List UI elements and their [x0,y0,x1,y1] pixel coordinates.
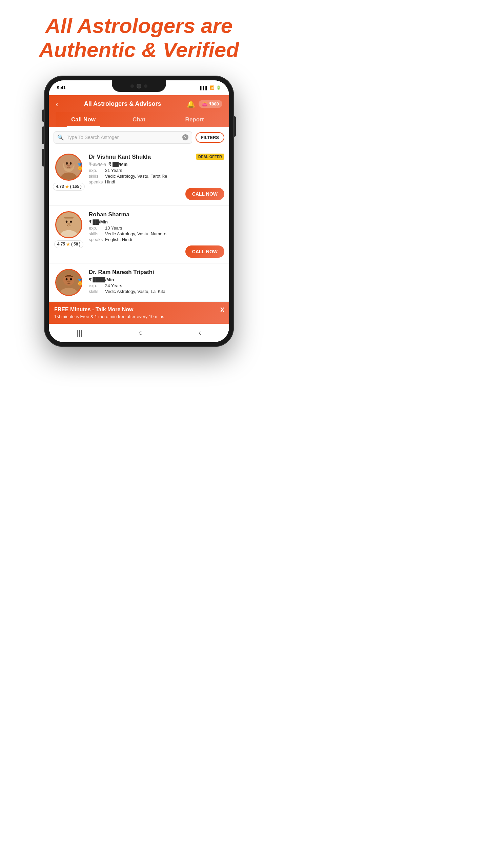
avatar [55,211,82,238]
skills-label: skills [89,231,104,236]
search-clear-button[interactable]: ✕ [182,134,188,140]
astrologer-card: 🏅 4.73 ★ (165) Dr Vishnu Kant Shukla DEA… [49,148,229,206]
verified-badge-icon: 🏅 [76,278,84,286]
exp-label: exp. [89,283,104,288]
phone-screen: 9:41 ▌▌▌ 📶 🔋 ‹ All Astrologers & Advisor… [49,80,229,342]
search-row: 🔍 Type To Search Astroger ✕ FILTERS [49,127,229,148]
wallet-icon: 👛 [202,101,207,106]
wallet-amount: ₹880 [209,101,219,106]
exp-value: 10 Years [105,225,122,231]
card-info: Rohan Sharma ₹ ██/Min exp. 10 Years skil… [89,211,224,258]
tab-call-now[interactable]: Call Now [56,112,111,127]
astrologer-name: Rohan Sharma [89,211,129,218]
price-current: ₹ ██/Min [108,162,127,167]
svg-point-19 [67,280,70,282]
review-count: ( [70,184,72,189]
star-icon: ★ [66,242,70,247]
nav-menu-icon[interactable]: ||| [77,329,82,337]
status-time: 9:41 [57,85,66,90]
search-input[interactable]: Type To Search Astroger [67,135,180,140]
exp-row: exp. 24 Years [89,283,224,288]
svg-point-18 [70,278,72,280]
speaks-value: Hindi [105,179,115,184]
search-icon: 🔍 [57,134,64,141]
price-current: ₹ ██/Min [89,219,108,224]
card-info: Dr. Ram Naresh Tripathi ₹ ████/Min exp. … [89,269,224,296]
header-actions: 🔔 👛 ₹880 [187,100,222,108]
back-button[interactable]: ‹ [56,99,58,109]
astrologer-name: Dr. Ram Naresh Tripathi [89,269,154,276]
card-info: Dr Vishnu Kant Shukla DEAL OFFER ₹ 35/Mi… [89,154,224,200]
call-now-button[interactable]: CALL NOW [185,245,224,258]
svg-point-11 [70,220,72,222]
promo-banner: FREE Minutes - Talk More Now 1st minute … [49,302,229,324]
nav-home-icon[interactable]: ○ [138,329,143,337]
notification-bell-icon[interactable]: 🔔 [187,100,195,108]
status-icons: ▌▌▌ 📶 🔋 [200,85,221,90]
rating-value: 4.73 [56,184,64,189]
svg-rect-13 [64,217,74,219]
name-row: Dr. Ram Naresh Tripathi [89,269,224,276]
skills-row: skills Vedic Astrology, Vastu, Numero [89,231,224,236]
exp-value: 31 Years [105,168,122,173]
tab-report[interactable]: Report [167,112,222,127]
avatar-illustration [56,211,81,238]
name-row: Dr Vishnu Kant Shukla DEAL OFFER [89,154,224,160]
exp-value: 24 Years [105,283,122,288]
vol-down-button [42,149,44,166]
speaks-label: speaks [89,237,104,242]
card-inner: 🏅 Dr. Ram Naresh Tripathi ₹ ████/Min exp… [54,269,224,296]
filters-button[interactable]: FILTERS [196,132,224,143]
skills-row: skills Vedic Astrology, Vastu, Tarot Re [89,174,224,179]
verified-badge-icon: 🏅 [76,163,84,171]
wallet-badge[interactable]: 👛 ₹880 [199,100,222,108]
notch [112,80,166,92]
vol-up-button [42,126,44,144]
svg-point-5 [70,162,72,164]
notch-dot-1 [130,84,134,88]
name-row: Rohan Sharma [89,211,224,218]
price-original: ₹ 35/Min [89,162,106,167]
skills-value: Vedic Astrology, Vastu, Numero [105,231,166,236]
svg-point-3 [64,159,74,169]
tab-chat[interactable]: Chat [111,112,167,127]
svg-point-6 [67,164,70,166]
avatar-wrap: 🏅 [54,269,84,296]
power-button [234,116,236,137]
avatar-wrap: 🏅 4.73 ★ (165) [54,154,84,200]
astrologer-list: 🏅 4.73 ★ (165) Dr Vishnu Kant Shukla DEA… [49,148,229,324]
exp-label: exp. [89,225,104,231]
search-box[interactable]: 🔍 Type To Search Astroger ✕ [54,131,192,144]
skills-row: skills Vedic Astrology, Vastu, Lal Kita [89,289,224,294]
speaks-row: speaks Hindi [89,179,224,184]
skills-value: Vedic Astrology, Vastu, Tarot Re [105,174,167,179]
exp-label: exp. [89,168,104,173]
card-inner: 🏅 4.73 ★ (165) Dr Vishnu Kant Shukla DEA… [54,154,224,200]
astrologer-card: 4.75 ★ (58) Rohan Sharma ₹ ██/Min [49,206,229,263]
svg-point-12 [67,223,70,225]
astrologer-name: Dr Vishnu Kant Shukla [89,154,151,160]
astrologer-card: 🏅 Dr. Ram Naresh Tripathi ₹ ████/Min exp… [49,263,229,302]
skills-label: skills [89,289,104,294]
battery-icon: 🔋 [216,85,221,90]
price-row: ₹ ██/Min [89,219,224,224]
nav-back-icon[interactable]: ‹ [199,329,201,337]
card-inner: 4.75 ★ (58) Rohan Sharma ₹ ██/Min [54,211,224,258]
call-now-button[interactable]: CALL NOW [185,188,224,200]
price-row: ₹ ████/Min [89,277,224,282]
notch-dot-2 [144,84,147,88]
phone-frame: 9:41 ▌▌▌ 📶 🔋 ‹ All Astrologers & Advisor… [44,76,234,347]
bottom-nav: ||| ○ ‹ [49,324,229,342]
promo-description: 1st minute is Free & 1 more min free aft… [54,314,224,319]
header-title: All Astrologers & Advisors [61,100,184,107]
camera-icon [137,84,141,88]
wifi-icon: 📶 [210,85,215,90]
status-bar: 9:41 ▌▌▌ 📶 🔋 [49,80,229,95]
app-header: ‹ All Astrologers & Advisors 🔔 👛 ₹880 Ca… [49,95,229,127]
price-row: ₹ 35/Min ₹ ██/Min [89,162,224,167]
speaks-value: English, Hindi [105,237,132,242]
promo-close-button[interactable]: X [220,307,224,314]
exp-row: exp. 10 Years [89,225,224,231]
speaks-row: speaks English, Hindi [89,237,224,242]
tabs-bar: Call Now Chat Report [56,112,222,127]
